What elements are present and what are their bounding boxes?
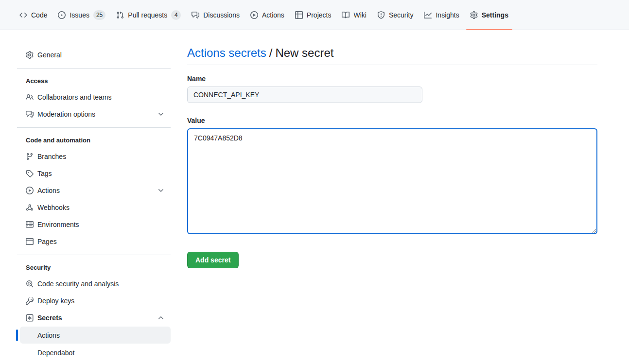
issues-count-badge: 25 — [93, 10, 105, 20]
chevron-up-icon — [157, 314, 165, 322]
sidebar-subitem-secrets-actions[interactable]: Actions — [20, 327, 171, 344]
graph-icon — [424, 11, 432, 19]
tab-insights[interactable]: Insights — [420, 0, 463, 30]
sidebar-item-label: Deploy keys — [37, 297, 167, 305]
tab-issues-label: Issues — [70, 8, 89, 22]
tab-projects-label: Projects — [307, 8, 332, 22]
tab-security[interactable]: Security — [373, 0, 418, 30]
git-branch-icon — [26, 153, 34, 160]
secret-asterisk-icon — [26, 314, 34, 322]
sidebar-section-code-automation: Code and automation — [17, 133, 171, 148]
settings-sidebar: General Access Collaborators and teams M… — [17, 30, 171, 364]
sidebar-item-label: Branches — [37, 153, 167, 160]
gear-icon — [26, 51, 34, 59]
comment-discussion-icon — [26, 110, 34, 118]
chevron-down-icon — [157, 110, 165, 118]
git-pull-request-icon — [116, 11, 124, 19]
new-secret-panel: Actions secrets/New secret Name Value 7C… — [171, 30, 629, 364]
sidebar-divider — [17, 68, 171, 69]
issue-opened-icon — [58, 11, 66, 19]
sidebar-section-security: Security — [17, 260, 171, 275]
tab-code[interactable]: Code — [16, 0, 51, 30]
tab-actions[interactable]: Actions — [246, 0, 288, 30]
book-icon — [342, 11, 349, 19]
code-scan-icon — [26, 280, 34, 288]
sidebar-divider — [17, 255, 171, 255]
sidebar-item-pages[interactable]: Pages — [17, 233, 171, 250]
tab-code-label: Code — [31, 8, 47, 22]
sidebar-item-label: Code security and analysis — [37, 280, 167, 288]
people-icon — [26, 93, 34, 101]
add-secret-button[interactable]: Add secret — [187, 252, 239, 268]
tab-discussions-label: Discussions — [203, 8, 240, 22]
sidebar-item-label: Pages — [37, 238, 167, 245]
tab-actions-label: Actions — [262, 8, 284, 22]
sidebar-item-deploy-keys[interactable]: Deploy keys — [17, 292, 171, 309]
table-icon — [295, 11, 303, 19]
sidebar-item-collaborators[interactable]: Collaborators and teams — [17, 88, 171, 105]
sidebar-item-label: General — [37, 51, 167, 59]
page-title: Actions secrets/New secret — [187, 46, 597, 65]
tab-settings-label: Settings — [482, 8, 508, 22]
actions-secrets-breadcrumb-link[interactable]: Actions secrets — [187, 46, 266, 59]
sidebar-item-environments[interactable]: Environments — [17, 216, 171, 233]
play-icon — [26, 187, 34, 194]
value-label: Value — [187, 117, 597, 124]
shield-icon — [377, 11, 385, 19]
repo-tabs: Code Issues 25 Pull requests 4 Discussio… — [16, 0, 512, 30]
sidebar-item-tags[interactable]: Tags — [17, 165, 171, 182]
play-icon — [250, 11, 258, 19]
sidebar-subitem-secrets-dependabot[interactable]: Dependabot — [20, 344, 171, 361]
browser-icon — [26, 238, 34, 245]
tab-pull-requests-label: Pull requests — [128, 8, 167, 22]
gear-icon — [470, 11, 478, 19]
sidebar-item-label: Moderation options — [37, 110, 157, 118]
sidebar-item-label: Webhooks — [37, 204, 167, 211]
sidebar-subitem-label: Dependabot — [37, 349, 74, 357]
webhook-icon — [26, 204, 34, 211]
tab-issues[interactable]: Issues 25 — [54, 0, 109, 30]
repo-tab-bar: Code Issues 25 Pull requests 4 Discussio… — [0, 0, 629, 30]
key-icon — [26, 297, 34, 305]
sidebar-item-branches[interactable]: Branches — [17, 148, 171, 165]
sidebar-item-label: Actions — [37, 187, 157, 194]
secret-name-input[interactable] — [187, 87, 422, 103]
comment-discussion-icon — [192, 11, 199, 19]
tab-pull-requests[interactable]: Pull requests 4 — [112, 0, 185, 30]
pull-requests-count-badge: 4 — [171, 10, 181, 20]
sidebar-section-access: Access — [17, 73, 171, 88]
sidebar-item-actions[interactable]: Actions — [17, 182, 171, 199]
sidebar-item-moderation-options[interactable]: Moderation options — [17, 105, 171, 122]
sidebar-item-general[interactable]: General — [17, 46, 171, 63]
tab-wiki-label: Wiki — [353, 8, 366, 22]
sidebar-item-webhooks[interactable]: Webhooks — [17, 199, 171, 216]
tag-icon — [26, 170, 34, 177]
tab-insights-label: Insights — [436, 8, 459, 22]
name-label: Name — [187, 75, 597, 83]
sidebar-item-label: Secrets — [37, 314, 157, 322]
breadcrumb-separator: / — [269, 46, 273, 59]
server-icon — [26, 221, 34, 228]
secret-value-textarea[interactable]: 7C0947A852D8 — [187, 128, 597, 234]
code-icon — [19, 11, 27, 19]
tab-projects[interactable]: Projects — [291, 0, 335, 30]
sidebar-item-code-security[interactable]: Code security and analysis — [17, 275, 171, 292]
tab-discussions[interactable]: Discussions — [188, 0, 244, 30]
breadcrumb-current: New secret — [275, 46, 333, 59]
sidebar-item-label: Collaborators and teams — [37, 93, 167, 101]
sidebar-item-secrets[interactable]: Secrets — [17, 309, 171, 326]
tab-settings[interactable]: Settings — [466, 0, 512, 30]
sidebar-item-label: Environments — [37, 221, 167, 228]
sidebar-divider — [17, 127, 171, 128]
sidebar-subitem-label: Actions — [37, 331, 60, 339]
tab-wiki[interactable]: Wiki — [338, 0, 370, 30]
chevron-down-icon — [157, 187, 165, 194]
tab-security-label: Security — [389, 8, 414, 22]
sidebar-item-label: Tags — [37, 170, 167, 177]
